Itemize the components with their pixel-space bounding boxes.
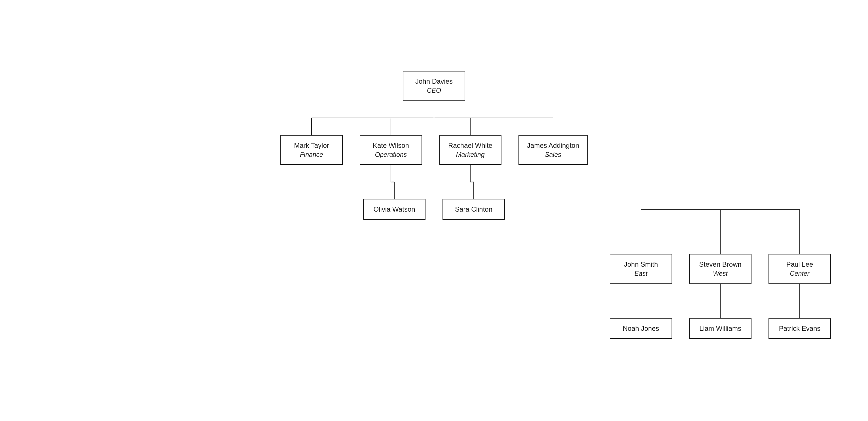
john-role: East — [618, 269, 663, 278]
paul-name: Paul Lee — [777, 259, 823, 269]
kate-name: Kate Wilson — [368, 141, 413, 150]
liam-name: Liam Williams — [698, 324, 743, 333]
ceo-role: CEO — [411, 86, 457, 95]
john-name: John Smith — [618, 259, 663, 269]
kate-role: Operations — [368, 150, 413, 159]
james-name: James Addington — [527, 141, 579, 150]
steven-role: West — [698, 269, 743, 278]
ceo-name: John Davies — [411, 77, 457, 86]
olivia-name: Olivia Watson — [372, 204, 417, 214]
steven-name: Steven Brown — [698, 259, 743, 269]
mark-role: Finance — [289, 150, 334, 159]
paul-role: Center — [777, 269, 823, 278]
patrick-name: Patrick Evans — [777, 324, 823, 333]
steven-brown-node: Steven Brown West — [689, 254, 751, 284]
patrick-evans-node: Patrick Evans — [769, 318, 831, 339]
john-smith-node: John Smith East — [610, 254, 672, 284]
ceo-node: John Davies CEO — [403, 71, 465, 101]
james-addington-node: James Addington Sales — [519, 135, 588, 165]
noah-name: Noah Jones — [618, 324, 663, 333]
kate-wilson-node: Kate Wilson Operations — [360, 135, 422, 165]
org-chart: John Davies CEO Mark Taylor Finance Kate… — [37, 60, 831, 362]
olivia-watson-node: Olivia Watson — [363, 199, 426, 220]
mark-name: Mark Taylor — [289, 141, 334, 150]
noah-jones-node: Noah Jones — [610, 318, 672, 339]
liam-williams-node: Liam Williams — [689, 318, 751, 339]
rachael-name: Rachael White — [447, 141, 493, 150]
paul-lee-node: Paul Lee Center — [769, 254, 831, 284]
sara-clinton-node: Sara Clinton — [442, 199, 505, 220]
rachael-role: Marketing — [447, 150, 493, 159]
rachael-white-node: Rachael White Marketing — [439, 135, 501, 165]
sara-name: Sara Clinton — [451, 204, 496, 214]
james-role: Sales — [527, 150, 579, 159]
mark-taylor-node: Mark Taylor Finance — [280, 135, 343, 165]
